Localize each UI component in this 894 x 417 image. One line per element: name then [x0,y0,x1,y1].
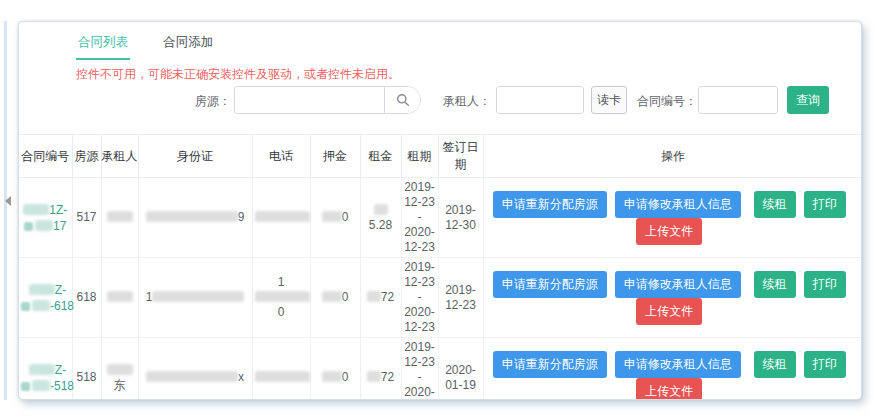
term-part: 2020-12-23 [404,385,436,400]
print-button[interactable]: 打印 [804,191,846,218]
cell-rent: 5.28 [360,178,401,258]
tab-contract-list[interactable]: 合同列表 [76,30,130,60]
print-button[interactable]: 打印 [804,351,846,378]
cell-id-card: 9 [138,178,252,258]
rent-fragment: 72 [381,370,394,384]
tab-contract-add[interactable]: 合同添加 [161,30,215,58]
contract-no-fragment: Z- [55,363,66,377]
contract-no-fragment: -618 [50,299,74,313]
contract-no-fragment: 17 [53,219,66,233]
term-part: - [404,370,436,385]
cell-actions: 申请重新分配房源申请修改承租人信息续租打印上传文件 [483,178,862,258]
cell-deposit: 0 [310,178,360,258]
modify-tenant-info-button[interactable]: 申请修改承租人信息 [615,271,741,298]
contract-line: 17 [23,218,67,234]
contract-no-fragment: Z- [55,283,66,297]
search-icon [396,93,410,107]
contract-link[interactable]: Z--518 [21,362,74,394]
reassign-property-button[interactable]: 申请重新分配房源 [493,351,607,378]
rent-fragment: 5.28 [369,218,392,232]
term-part: 2020-12-23 [404,225,436,255]
column-header-4: 电话 [252,135,310,178]
deposit-fragment: 0 [342,210,349,224]
read-card-button[interactable]: 读卡 [591,86,627,114]
property-search-group [234,86,421,114]
term-part: 2019-12-23 [404,260,436,290]
redacted-blur [35,220,53,231]
column-header-0: 合同编号 [19,135,72,178]
contract-link[interactable]: Z--618 [21,282,74,314]
cell-actions: 申请重新分配房源申请修改承租人信息续租打印上传文件 [483,338,862,401]
tenant-fragment: 东 [114,378,126,392]
redacted-blur [29,364,55,375]
print-button[interactable]: 打印 [804,271,846,298]
redacted-blur [322,291,342,302]
cell-property: 517 [72,178,101,258]
phone-fragment: 0 [278,305,285,319]
tenant-input[interactable] [496,86,584,114]
id-card-fragment: x [238,370,244,384]
column-header-9: 操作 [483,135,862,178]
term-part: - [404,290,436,305]
property-input[interactable] [235,87,384,113]
tab-bar: 合同列表 合同添加 [19,30,861,58]
redacted-blur [152,291,244,302]
renew-button[interactable]: 续租 [754,191,796,218]
id-card-fragment: 1 [146,290,153,304]
cell-deposit: 0 [310,258,360,338]
cell-deposit: 0 [310,338,360,401]
renew-button[interactable]: 续租 [754,351,796,378]
collapse-left-arrow-icon[interactable] [5,196,11,206]
cell-contract-no: 1Z-17 [19,178,72,258]
upload-file-button[interactable]: 上传文件 [636,378,702,401]
contract-link[interactable]: 1Z-17 [23,202,67,234]
cell-phone [252,338,310,401]
contract-no-label: 合同编号： [629,93,697,110]
redacted-blur [107,291,133,302]
deposit-fragment: 0 [342,290,349,304]
column-header-2: 承租人 [101,135,138,178]
modify-tenant-info-button[interactable]: 申请修改承租人信息 [615,351,741,378]
contracts-table: 合同编号房源承租人身份证电话押金租金租期签订日期操作 1Z-17517905.2… [19,134,862,400]
redacted-blur [146,211,238,222]
column-header-7: 租期 [401,135,438,178]
query-button[interactable]: 查询 [787,86,829,114]
redacted-blur [322,371,342,382]
cell-term: 2019-12-23-2020-12-23 [401,338,438,401]
cell-phone [252,178,310,258]
contract-panel: 合同列表 合同添加 控件不可用，可能未正确安装控件及驱动，或者控件未启用。 房源… [18,21,862,400]
redacted-blur [21,382,30,391]
contract-line: Z- [21,362,74,378]
cell-tenant [101,178,138,258]
contract-no-fragment: -518 [50,379,74,393]
tenant-label: 承租人： [427,93,491,110]
cell-tenant: 东 [101,338,138,401]
redacted-blur [107,364,133,375]
property-search-button[interactable] [384,87,420,113]
term-part: 2019-12-23 [404,180,436,210]
upload-file-button[interactable]: 上传文件 [636,218,702,245]
redacted-blur [29,284,55,295]
cell-property: 518 [72,338,101,401]
renew-button[interactable]: 续租 [754,271,796,298]
redacted-blur [255,371,310,382]
column-header-8: 签订日期 [438,135,483,178]
redacted-blur [367,291,381,302]
reassign-property-button[interactable]: 申请重新分配房源 [493,191,607,218]
column-header-3: 身份证 [138,135,252,178]
table-row: Z--518518东x0722019-12-23-2020-12-232020-… [19,338,862,401]
cell-term: 2019-12-23-2020-12-23 [401,258,438,338]
redacted-blur [146,371,238,382]
reassign-property-button[interactable]: 申请重新分配房源 [493,271,607,298]
redacted-blur [32,380,50,391]
modify-tenant-info-button[interactable]: 申请修改承租人信息 [615,191,741,218]
side-divider [4,21,7,400]
cell-sign-date: 2019-12-23 [438,258,483,338]
id-card-fragment: 9 [238,210,245,224]
redacted-blur [24,222,33,231]
upload-file-button[interactable]: 上传文件 [636,298,702,325]
column-header-5: 押金 [310,135,360,178]
cell-rent: 72 [360,258,401,338]
cell-id-card: x [138,338,252,401]
contract-no-input[interactable] [698,86,778,114]
